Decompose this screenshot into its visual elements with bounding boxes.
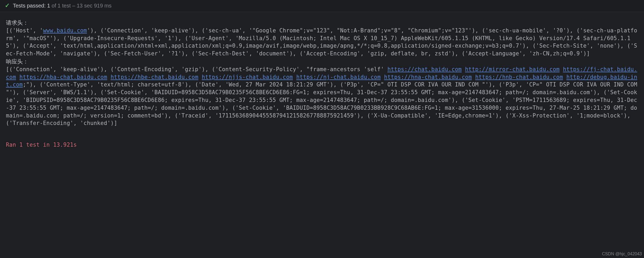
response-headers-label: 响应头：	[6, 58, 639, 66]
csp-link-1[interactable]: https://chat.baidu.com	[387, 66, 462, 73]
check-icon: ✓	[5, 2, 10, 9]
watermark-text: CSDN @hjc_042043	[602, 252, 642, 256]
tests-passed-prefix: Tests passed:	[13, 3, 46, 9]
csp-link-8[interactable]: https://hna-chat.baidu.com	[384, 74, 472, 80]
tests-passed-count: 1	[47, 3, 50, 9]
csp-link-4[interactable]: https://hba-chat.baidu.com	[19, 74, 107, 80]
console-output[interactable]: 请求头： [('Host', 'www.baidu.com'), ('Conne…	[0, 12, 644, 149]
test-status-bar: ✓ Tests passed: 1 of 1 test – 13 sec 919…	[0, 0, 644, 12]
host-link[interactable]: www.baidu.com	[43, 27, 87, 34]
csp-link-9[interactable]: https://hnb-chat.baidu.com	[475, 74, 563, 80]
request-headers-body: [('Host', 'www.baidu.com'), ('Connection…	[6, 27, 639, 58]
test-summary-line: Ran 1 test in 13.921s	[6, 141, 639, 149]
clipped-prev-line	[25, 16, 639, 19]
csp-link-2[interactable]: http://mirror-chat.baidu.com	[465, 66, 560, 73]
tests-passed-text: Tests passed: 1 of 1 test – 13 sec 919 m…	[13, 3, 112, 9]
tests-passed-suffix: of 1 test – 13 sec 919 ms	[52, 3, 112, 9]
csp-link-5[interactable]: https://hbe-chat.baidu.com	[110, 74, 198, 80]
response-headers-body: [('Connection', 'keep-alive'), ('Content…	[6, 66, 639, 127]
csp-link-7[interactable]: https://nj-chat.baidu.com	[296, 74, 381, 80]
csp-link-6[interactable]: https://njjs-chat.baidu.com	[202, 74, 293, 80]
request-headers-label: 请求头：	[6, 19, 639, 27]
